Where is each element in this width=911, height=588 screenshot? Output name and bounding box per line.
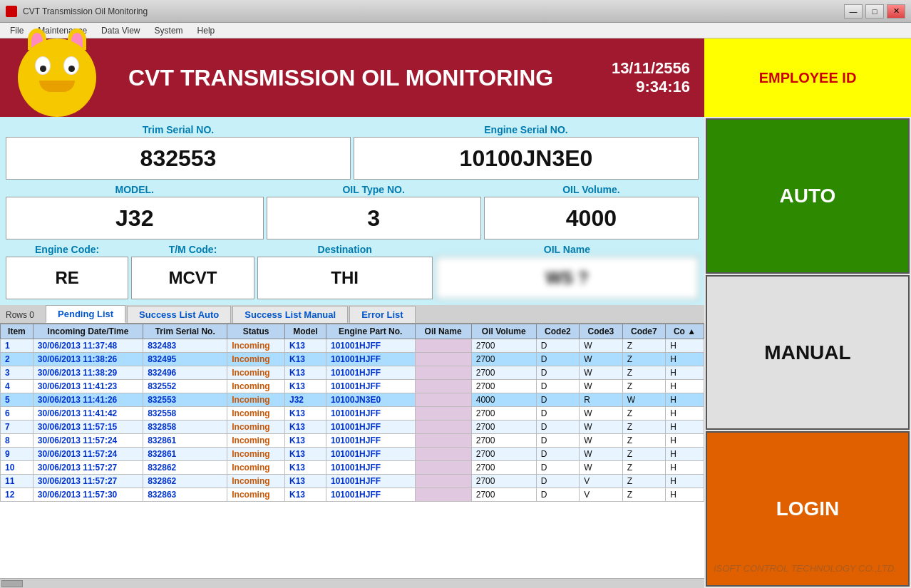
table-row[interactable]: 7 30/06/2013 11:57:15 832858 Incoming K1… [1, 421, 704, 434]
table-row[interactable]: 6 30/06/2013 11:41:42 832558 Incoming K1… [1, 407, 704, 421]
destination-label: Destination [318, 242, 372, 257]
cell-status: Incoming [227, 488, 285, 502]
cell-trim: 832858 [143, 421, 227, 434]
cell-engine: 101001HJFF [326, 353, 416, 366]
model-value: J32 [6, 197, 264, 239]
cell-co: H [666, 366, 704, 380]
cell-code2: D [536, 421, 579, 434]
cell-status: Incoming [227, 461, 285, 475]
cell-date: 30/06/2013 11:57:30 [33, 488, 143, 502]
engine-serial-value: 10100JN3E0 [354, 137, 699, 180]
cell-item: 4 [1, 380, 34, 393]
destination-value: THI [257, 257, 433, 299]
menu-file[interactable]: File [3, 24, 31, 37]
cell-code3: W [580, 448, 622, 461]
col-date: Incoming Date/Time [33, 324, 143, 339]
cell-item: 3 [1, 366, 34, 380]
cell-code7: Z [622, 475, 665, 488]
cell-model: K13 [285, 353, 326, 366]
table-row[interactable]: 8 30/06/2013 11:57:24 832861 Incoming K1… [1, 434, 704, 448]
cell-status: Incoming [227, 339, 285, 353]
cell-date: 30/06/2013 11:57:27 [33, 461, 143, 475]
cell-oilvol: 2700 [471, 421, 536, 434]
cell-code3: W [580, 353, 622, 366]
cell-item: 1 [1, 339, 34, 353]
rows-label: Rows 0 [0, 307, 40, 323]
table-row[interactable]: 9 30/06/2013 11:57:24 832861 Incoming K1… [1, 448, 704, 461]
table-row[interactable]: 2 30/06/2013 11:38:26 832495 Incoming K1… [1, 353, 704, 366]
cell-code7: Z [622, 339, 665, 353]
trim-serial-label: Trim Serial NO. [143, 123, 214, 137]
col-code7: Code7 [622, 324, 665, 339]
cell-date: 30/06/2013 11:57:27 [33, 475, 143, 488]
header: CVT TRANSMISSION OIL MONITORING 13/11/25… [0, 38, 911, 117]
cell-model: K13 [285, 461, 326, 475]
window-controls: — □ ✕ [844, 4, 905, 19]
cell-oilvol: 2700 [471, 448, 536, 461]
maximize-button[interactable]: □ [865, 4, 884, 19]
col-code2: Code2 [536, 324, 579, 339]
cell-oilvol: 2700 [471, 339, 536, 353]
cell-code3: W [580, 366, 622, 380]
tab-bar: Rows 0 Pending List Success List Auto Su… [0, 305, 704, 324]
cell-date: 30/06/2013 11:41:23 [33, 380, 143, 393]
tab-pending[interactable]: Pending List [46, 305, 125, 323]
cell-item: 7 [1, 421, 34, 434]
engine-serial-cell: Engine Serial NO. 10100JN3E0 [354, 123, 699, 180]
auto-button[interactable]: AUTO [706, 118, 910, 274]
oil-name-cell: OIL Name WS ? [436, 242, 699, 299]
minimize-button[interactable]: — [844, 4, 863, 19]
menu-help[interactable]: Help [190, 24, 222, 37]
tm-code-cell: T/M Code: MCVT [131, 242, 254, 299]
cell-co: H [666, 434, 704, 448]
cell-date: 30/06/2013 11:57:24 [33, 434, 143, 448]
cell-oilname [415, 353, 471, 366]
cell-model: K13 [285, 339, 326, 353]
cell-co: H [666, 353, 704, 366]
cell-model: K13 [285, 407, 326, 421]
table-row[interactable]: 3 30/06/2013 11:38:29 832496 Incoming K1… [1, 366, 704, 380]
cell-co: H [666, 448, 704, 461]
cell-model: K13 [285, 475, 326, 488]
employee-id-panel[interactable]: EMPLOYEE ID [704, 38, 911, 117]
cell-code2: D [536, 448, 579, 461]
table-row[interactable]: 11 30/06/2013 11:57:27 832862 Incoming K… [1, 475, 704, 488]
date-display: 13/11/2556 [612, 59, 690, 78]
cell-code2: D [536, 488, 579, 502]
table-row[interactable]: 5 30/06/2013 11:41:26 832553 Incoming J3… [1, 393, 704, 407]
col-co: Co ▲ [666, 324, 704, 339]
cell-item: 2 [1, 353, 34, 366]
cell-model: K13 [285, 366, 326, 380]
cell-code2: D [536, 366, 579, 380]
table-row[interactable]: 4 30/06/2013 11:41:23 832552 Incoming K1… [1, 380, 704, 393]
menu-dataview[interactable]: Data View [94, 24, 147, 37]
engine-code-value: RE [6, 257, 128, 299]
close-button[interactable]: ✕ [887, 4, 905, 19]
cell-engine: 101001HJFF [326, 380, 416, 393]
table-row[interactable]: 1 30/06/2013 11:37:48 832483 Incoming K1… [1, 339, 704, 353]
cell-trim: 832861 [143, 448, 227, 461]
col-model: Model [285, 324, 326, 339]
cell-code7: Z [622, 448, 665, 461]
menu-system[interactable]: System [148, 24, 190, 37]
tab-success-manual[interactable]: Success List Manual [232, 306, 348, 323]
cell-oilname [415, 461, 471, 475]
cell-oilname [415, 339, 471, 353]
table-row[interactable]: 12 30/06/2013 11:57:30 832863 Incoming K… [1, 488, 704, 502]
oil-name-value: WS ? [436, 257, 699, 299]
app-icon [6, 6, 17, 17]
table-container[interactable]: Item Incoming Date/Time Trim Serial No. … [0, 324, 704, 578]
tab-error[interactable]: Error List [349, 306, 416, 323]
cell-engine: 10100JN3E0 [326, 393, 416, 407]
cell-oilvol: 2700 [471, 434, 536, 448]
model-row: MODEL. J32 OIL Type NO. 3 OIL Volume. 40… [6, 182, 699, 239]
tab-success-auto[interactable]: Success List Auto [127, 306, 231, 323]
col-trim: Trim Serial No. [143, 324, 227, 339]
model-label: MODEL. [115, 182, 154, 197]
table-row[interactable]: 10 30/06/2013 11:57:27 832862 Incoming K… [1, 461, 704, 475]
cell-code7: Z [622, 488, 665, 502]
horizontal-scrollbar[interactable] [0, 578, 704, 588]
manual-button[interactable]: MANUAL [706, 275, 910, 430]
scroll-thumb[interactable] [1, 580, 23, 587]
col-status: Status [227, 324, 285, 339]
